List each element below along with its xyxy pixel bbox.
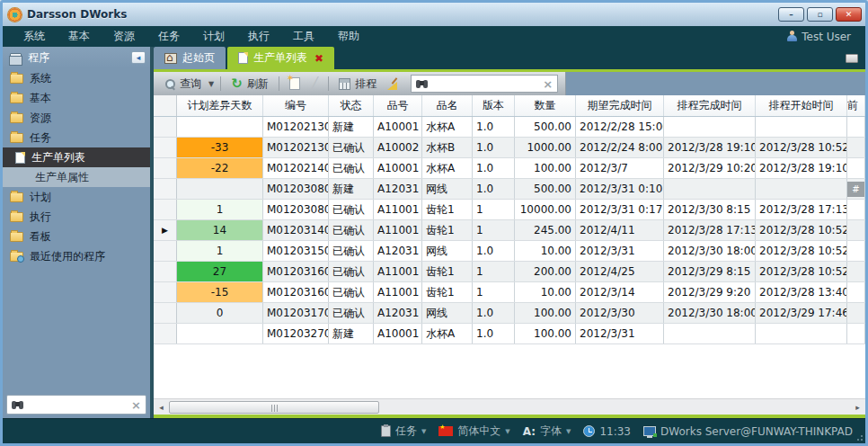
cell-col-1[interactable]: M012021301 (263, 117, 329, 137)
tab-windows-icon[interactable] (846, 54, 858, 63)
cell-col-8[interactable]: 2012/3/29 10:20 (664, 158, 756, 178)
cell-col-7[interactable]: 2012/4/11 (576, 220, 664, 240)
cell-col-2[interactable]: 已确认 (329, 262, 374, 281)
row-marker-cell[interactable] (154, 241, 177, 261)
cell-col-2[interactable]: 已确认 (329, 138, 374, 157)
cell-col-6[interactable]: 100.00 (515, 303, 576, 323)
column-header-6[interactable]: 数量 (515, 95, 576, 116)
row-marker-cell[interactable] (154, 179, 177, 199)
cell-partial[interactable] (847, 303, 865, 323)
row-marker-cell[interactable] (154, 282, 177, 302)
table-row[interactable]: -33M012021302已确认A10002水杯B1.01000.002012/… (154, 138, 865, 158)
cell-col-6[interactable]: 10.00 (515, 241, 576, 261)
column-header-0[interactable]: 计划差异天数 (177, 95, 263, 116)
cell-col-3[interactable]: A11001 (374, 200, 422, 219)
cell-diff-days[interactable]: 27 (177, 262, 263, 281)
toolbar-filter-box[interactable] (411, 75, 558, 93)
cell-col-7[interactable]: 2012/4/25 (576, 262, 664, 281)
sidebar-collapse-button[interactable] (131, 51, 146, 64)
column-header-2[interactable]: 状态 (329, 95, 374, 116)
cell-col-5[interactable]: 1.0 (473, 117, 515, 137)
column-header-7[interactable]: 期望完成时间 (576, 95, 664, 116)
cell-col-3[interactable]: A11001 (374, 282, 422, 302)
cell-partial[interactable] (847, 138, 865, 157)
query-button[interactable]: 查询 (161, 75, 205, 94)
cell-col-4[interactable]: 水杯A (422, 158, 473, 178)
row-marker-cell[interactable] (154, 303, 177, 323)
cell-col-5[interactable]: 1 (473, 200, 515, 219)
cell-partial[interactable] (847, 241, 865, 261)
menu-item-5[interactable]: 执行 (236, 29, 281, 44)
cell-diff-days[interactable] (177, 117, 263, 137)
cell-col-4[interactable]: 网线 (422, 241, 473, 261)
sidebar-item-6[interactable]: 计划 (3, 187, 150, 207)
cell-col-9[interactable]: 2012/3/28 19:10 (756, 158, 847, 178)
minimize-button[interactable]: – (778, 7, 804, 22)
row-marker-cell[interactable] (154, 200, 177, 219)
cell-col-4[interactable]: 齿轮1 (422, 220, 473, 240)
menu-item-1[interactable]: 基本 (57, 29, 102, 44)
scroll-left-icon[interactable]: ◂ (154, 400, 169, 415)
table-row[interactable]: M012030801新建A12031网线1.0500.002012/3/31 0… (154, 179, 865, 200)
cell-diff-days[interactable]: 1 (177, 200, 263, 219)
cell-col-3[interactable]: A10001 (374, 158, 422, 178)
row-marker-cell[interactable] (154, 158, 177, 178)
menu-item-7[interactable]: 帮助 (326, 29, 371, 44)
cell-col-6[interactable]: 1000.00 (515, 138, 576, 157)
sidebar-item-5[interactable]: 生产单属性 (3, 167, 150, 187)
table-row[interactable]: -15M012031602已确认A11001齿轮1110.002012/3/14… (154, 282, 865, 303)
table-row[interactable]: 1M012031501已确认A12031网线1.010.002012/3/312… (154, 241, 865, 262)
cell-col-1[interactable]: M012030802 (263, 200, 329, 219)
menu-item-0[interactable]: 系统 (12, 29, 57, 44)
cell-col-4[interactable]: 齿轮1 (422, 282, 473, 302)
refresh-button[interactable]: 刷新 (227, 75, 272, 94)
cell-col-6[interactable]: 245.00 (515, 220, 576, 240)
cell-col-6[interactable]: 100.00 (515, 324, 576, 343)
cell-col-1[interactable]: M012021302 (263, 138, 329, 157)
query-dropdown-icon[interactable] (208, 80, 214, 88)
cell-col-1[interactable]: M012031602 (263, 282, 329, 302)
cell-partial[interactable] (847, 220, 865, 240)
column-header-partial[interactable]: 前 (847, 95, 865, 116)
cell-diff-days[interactable] (177, 324, 263, 343)
cell-col-3[interactable]: A10001 (374, 117, 422, 137)
toolbar-filter-input[interactable] (432, 77, 538, 90)
cell-col-9[interactable] (756, 117, 847, 137)
cell-diff-days[interactable]: 14 (177, 220, 263, 240)
cell-col-6[interactable]: 500.00 (515, 179, 576, 199)
sidebar-item-3[interactable]: 任务 (3, 128, 150, 147)
cell-col-7[interactable]: 2012/2/24 8:00 (576, 138, 664, 157)
clean-button[interactable] (384, 76, 403, 92)
cell-col-5[interactable]: 1.0 (473, 138, 515, 157)
cell-diff-days[interactable]: -33 (177, 138, 263, 157)
cell-col-4[interactable]: 齿轮1 (422, 200, 473, 219)
menu-item-6[interactable]: 工具 (281, 29, 326, 44)
cell-col-4[interactable]: 水杯B (422, 138, 473, 157)
cell-col-9[interactable]: 2012/3/28 10:52 (756, 241, 847, 261)
cell-partial[interactable] (847, 200, 865, 219)
cell-col-7[interactable]: 2012/3/31 0:17 (576, 200, 664, 219)
cell-col-1[interactable]: M012021401 (263, 158, 329, 178)
language-status-item[interactable]: 简体中文 (438, 424, 509, 439)
cell-col-6[interactable]: 200.00 (515, 262, 576, 281)
cell-col-5[interactable]: 1.0 (473, 241, 515, 261)
cell-col-8[interactable] (664, 117, 756, 137)
cell-col-8[interactable]: 2012/3/29 8:15 (664, 262, 756, 281)
cell-col-3[interactable]: A12031 (374, 179, 422, 199)
cell-col-1[interactable]: M012031601 (263, 262, 329, 281)
sidebar-item-4[interactable]: 生产单列表 (3, 147, 150, 167)
cell-col-8[interactable]: 2012/3/28 17:13 (664, 220, 756, 240)
cell-col-9[interactable]: 2012/3/28 10:52 (756, 138, 847, 157)
cell-col-2[interactable]: 已确认 (329, 241, 374, 261)
cell-col-3[interactable]: A11001 (374, 262, 422, 281)
menu-item-2[interactable]: 资源 (102, 29, 146, 44)
column-header-3[interactable]: 品号 (374, 95, 422, 116)
cell-diff-days[interactable]: 1 (177, 241, 263, 261)
task-status-item[interactable]: 任务 (381, 424, 426, 439)
cell-partial[interactable] (847, 262, 865, 281)
cell-partial[interactable]: # (847, 179, 865, 199)
cell-partial[interactable] (847, 324, 865, 343)
cell-col-6[interactable]: 10000.00 (515, 200, 576, 219)
cell-col-1[interactable]: M012031501 (263, 241, 329, 261)
language-dropdown-icon[interactable] (505, 428, 509, 435)
